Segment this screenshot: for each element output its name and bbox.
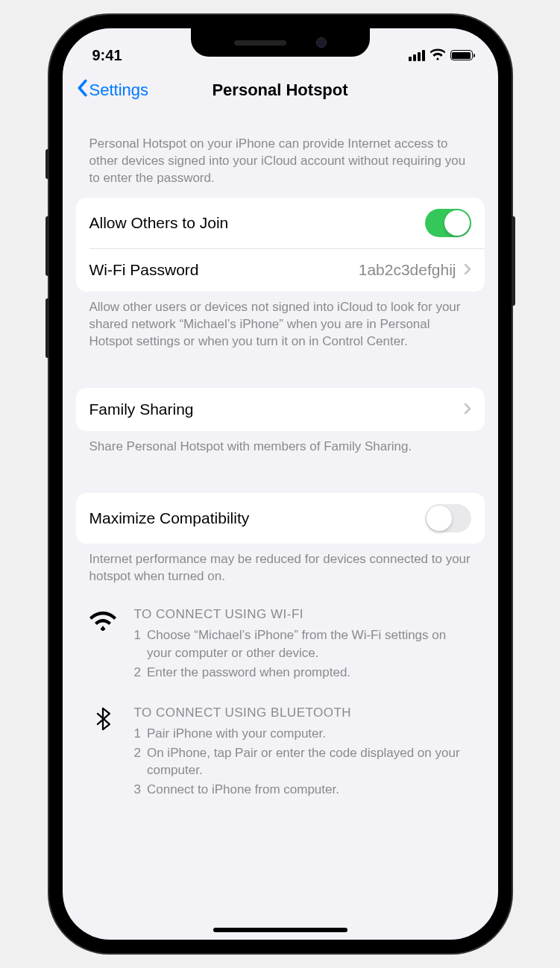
- navigation-bar: Settings Personal Hotspot: [63, 69, 498, 113]
- instruction-step: 1Pair iPhone with your computer.: [134, 725, 471, 743]
- volume-down-button: [45, 298, 49, 358]
- speaker-grille: [234, 40, 286, 45]
- status-right: [409, 47, 473, 64]
- notch: [191, 28, 370, 57]
- instruction-step: 3Connect to iPhone from computer.: [134, 781, 471, 799]
- instruction-step: 2On iPhone, tap Pair or enter the code d…: [134, 744, 471, 780]
- phone-frame: 9:41 Settin: [49, 15, 512, 953]
- maximize-compat-cell[interactable]: Maximize Compatibility: [76, 493, 485, 544]
- battery-icon: [450, 50, 473, 60]
- family-sharing-footer: Share Personal Hotspot with members of F…: [76, 431, 485, 463]
- maximize-compat-footer: Internet performance may be reduced for …: [76, 544, 485, 593]
- intro-description: Personal Hotspot on your iPhone can prov…: [76, 113, 485, 198]
- connection-instructions: TO CONNECT USING WI-FI 1Choose “Michael’…: [76, 592, 485, 800]
- instruction-step: 2Enter the password when prompted.: [134, 664, 471, 682]
- wifi-icon: [430, 47, 445, 64]
- family-sharing-cell[interactable]: Family Sharing: [76, 388, 485, 431]
- content: Personal Hotspot on your iPhone can prov…: [63, 113, 498, 823]
- silence-switch: [45, 149, 49, 179]
- power-button: [512, 216, 515, 306]
- chevron-right-icon: [464, 400, 471, 418]
- volume-up-button: [45, 216, 49, 276]
- bluetooth-instructions: TO CONNECT USING BLUETOOTH 1Pair iPhone …: [89, 705, 471, 800]
- chevron-right-icon: [464, 261, 471, 279]
- allow-others-footer: Allow other users or devices not signed …: [76, 292, 485, 358]
- chevron-left-icon: [76, 79, 88, 101]
- back-label: Settings: [89, 81, 149, 100]
- side-buttons-left: [45, 149, 49, 380]
- allow-others-label: Allow Others to Join: [89, 214, 229, 232]
- compat-group: Maximize Compatibility: [76, 493, 485, 544]
- instruction-step: 1Choose “Michael’s iPhone” from the Wi-F…: [134, 626, 471, 662]
- maximize-compat-label: Maximize Compatibility: [89, 509, 250, 527]
- cellular-signal-icon: [409, 50, 425, 61]
- wifi-password-cell[interactable]: Wi-Fi Password 1ab2c3defghij: [76, 248, 485, 292]
- front-camera: [316, 37, 327, 48]
- allow-others-toggle[interactable]: [425, 209, 471, 237]
- family-sharing-label: Family Sharing: [89, 400, 194, 418]
- wifi-instructions: TO CONNECT USING WI-FI 1Choose “Michael’…: [89, 607, 471, 682]
- wifi-password-label: Wi-Fi Password: [89, 261, 199, 279]
- wifi-icon: [89, 607, 118, 682]
- family-sharing-group: Family Sharing: [76, 388, 485, 431]
- back-button[interactable]: Settings: [76, 79, 149, 101]
- bluetooth-icon: [89, 705, 118, 800]
- screen: 9:41 Settin: [63, 28, 498, 940]
- bluetooth-instructions-title: TO CONNECT USING BLUETOOTH: [134, 705, 471, 720]
- wifi-instructions-title: TO CONNECT USING WI-FI: [134, 607, 471, 622]
- status-time: 9:41: [92, 47, 122, 64]
- hotspot-group: Allow Others to Join Wi-Fi Password 1ab2…: [76, 198, 485, 292]
- page-title: Personal Hotspot: [212, 81, 347, 100]
- home-indicator[interactable]: [213, 928, 347, 932]
- maximize-compat-toggle[interactable]: [425, 504, 471, 532]
- wifi-password-value: 1ab2c3defghij: [359, 261, 471, 279]
- allow-others-cell[interactable]: Allow Others to Join: [76, 198, 485, 248]
